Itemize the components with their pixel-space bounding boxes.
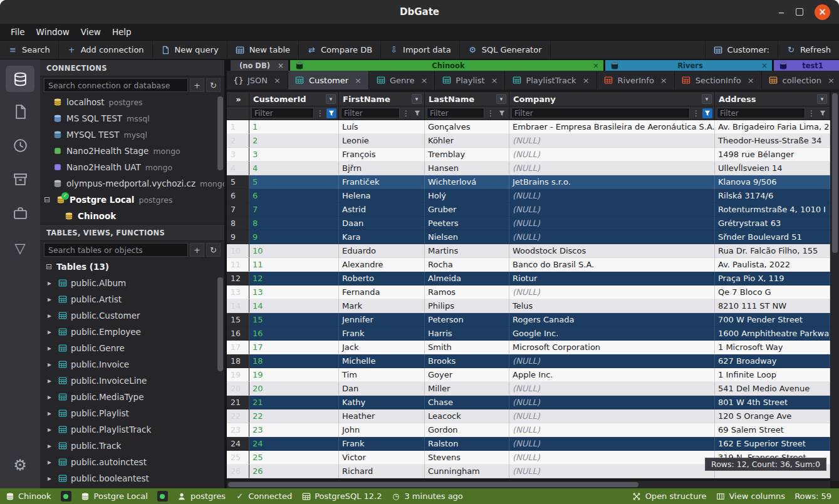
column-header-customerid[interactable]: CustomerId▾ (249, 92, 339, 106)
cell[interactable]: 162 E Superior Street (715, 437, 830, 451)
tables-search-input[interactable] (44, 243, 188, 257)
cell[interactable]: 801 W 4th Street (715, 396, 830, 409)
tab-riverinfo[interactable]: RiverInfo× (597, 71, 675, 90)
cell[interactable]: Wichterlová (425, 175, 509, 189)
cell[interactable]: Jack (339, 341, 425, 354)
maximize-button[interactable] (796, 8, 803, 16)
cell[interactable]: Rua Dr. Falcão Filho, 155 (715, 244, 830, 258)
row-number[interactable]: 10 (227, 244, 249, 258)
row-number[interactable]: 7 (227, 203, 249, 217)
cell[interactable]: (NULL) (509, 409, 715, 423)
minimize-button[interactable]: – (778, 9, 784, 14)
cell[interactable]: 8210 111 ST NW (715, 299, 830, 313)
cell[interactable]: 10 (249, 244, 339, 258)
cell[interactable]: Almeida (425, 272, 509, 285)
table-row[interactable]: 66HelenaHolý(NULL)Rilská 3174/6 (227, 189, 839, 203)
scrollbar-thumb[interactable] (228, 482, 638, 487)
menu-window[interactable]: Window (31, 27, 75, 37)
cell[interactable]: 19 (249, 368, 339, 382)
cell[interactable]: Woodstock Discos (509, 244, 715, 258)
expand-chevron-icon[interactable]: ▸ (45, 311, 54, 320)
cell[interactable]: Rotenturmstraße 4, 1010 I (715, 203, 830, 217)
add-table-small-button[interactable]: + (190, 243, 204, 257)
table-row[interactable]: 77AstridGruber(NULL)Rotenturmstraße 4, 1… (227, 203, 839, 217)
toolbar-refresh[interactable]: ↻Refresh (778, 41, 839, 59)
cell[interactable]: Gruber (425, 203, 509, 217)
cell[interactable]: 24 (249, 437, 339, 451)
close-icon[interactable]: × (828, 76, 835, 85)
menu-file[interactable]: File (5, 27, 31, 37)
status-connected[interactable]: ✓Connected (235, 491, 292, 501)
cell[interactable]: Frank (339, 327, 425, 341)
cell[interactable]: Hansen (425, 162, 509, 175)
cell[interactable]: Cunningham (425, 465, 509, 478)
cell[interactable]: (NULL) (509, 437, 715, 451)
table-public-mediatype[interactable]: ▸public.MediaType (40, 389, 224, 405)
cell[interactable]: Dan (339, 382, 425, 396)
row-number[interactable]: 2 (227, 134, 249, 148)
chevron-down-icon[interactable]: ▾ (496, 94, 506, 104)
row-number[interactable]: 6 (227, 189, 249, 203)
cell[interactable]: Telus (509, 299, 715, 313)
close-icon[interactable]: × (583, 76, 590, 85)
cell[interactable]: Rilská 3174/6 (715, 189, 830, 203)
cell[interactable]: 6 (249, 189, 339, 203)
table-row[interactable]: 44BjřrnHansen(NULL)Ullevĺlsveien 14 (227, 162, 839, 175)
cell[interactable]: 11 (249, 258, 339, 272)
cell[interactable]: Helena (339, 189, 425, 203)
row-number[interactable]: 11 (227, 258, 249, 272)
status-3-minutes-ago[interactable]: ◷3 minutes ago (391, 491, 462, 501)
sidebar-tab-history[interactable] (6, 133, 34, 160)
table-public-employee[interactable]: ▸public.Employee (40, 324, 224, 340)
cell[interactable]: Alexandre (339, 258, 425, 272)
cell[interactable]: Peeters (425, 217, 509, 230)
table-row[interactable]: 1414MarkPhilipsTelus8210 111 ST NW (227, 299, 839, 313)
cell[interactable]: Astrid (339, 203, 425, 217)
row-number[interactable]: 1 (227, 120, 249, 134)
tab-sectioninfo[interactable]: SectionInfo× (675, 71, 762, 90)
table-public-track[interactable]: ▸public.Track (40, 438, 224, 454)
cell[interactable]: 120 S Orange Ave (715, 409, 830, 423)
row-number[interactable]: 22 (227, 409, 249, 423)
cell[interactable]: Embraer - Empresa Brasileira de Aeronáut… (509, 120, 715, 134)
cell[interactable]: Sřnder Boulevard 51 (715, 230, 830, 244)
column-header-company[interactable]: Company▾ (509, 92, 715, 106)
cell[interactable]: Gordon (425, 423, 509, 437)
sidebar-tab-files[interactable] (6, 100, 34, 126)
table-public-autoinctest[interactable]: ▸public.autoinctest (40, 454, 224, 470)
column-header-lastname[interactable]: LastName▾ (425, 92, 509, 106)
connection-nano2health-stage[interactable]: Nano2Health Stagemongo (40, 143, 224, 159)
cell[interactable]: (NULL) (509, 465, 715, 478)
cell[interactable]: Michelle (339, 354, 425, 368)
cell[interactable]: Eduardo (339, 244, 425, 258)
table-row[interactable]: 2323JohnGordon(NULL)69 Salem Street (227, 423, 839, 437)
expand-chevron-icon[interactable]: ▸ (45, 279, 54, 287)
funnel-icon[interactable] (326, 108, 336, 118)
filter-menu-icon[interactable]: ⋮ (806, 108, 816, 118)
connection-ms-sql-test[interactable]: MS SQL TESTmssql (40, 110, 224, 126)
dbtab-chinook[interactable]: Chinook× (290, 60, 603, 71)
connection-mysql-test[interactable]: MYSQL TESTmysql (40, 126, 224, 143)
toolbar-search[interactable]: ≡Search (0, 41, 59, 59)
tab-json[interactable]: {}JSON× (227, 71, 288, 90)
table-public-genre[interactable]: ▸public.Genre (40, 340, 224, 356)
row-number[interactable]: 20 (227, 382, 249, 396)
cell[interactable]: Stevens (425, 451, 509, 465)
cell[interactable]: Brooks (425, 354, 509, 368)
cell[interactable]: Riotur (509, 272, 715, 285)
cell[interactable]: Jennifer (339, 313, 425, 327)
toolbar-import-data[interactable]: ⇩Import data (381, 41, 460, 59)
sidebar-tab-archive[interactable] (6, 167, 34, 193)
cell[interactable]: (NULL) (509, 230, 715, 244)
table-row[interactable]: 55FrantičekWichterlováJetBrains s.r.o.Kl… (227, 175, 839, 189)
row-number[interactable]: 23 (227, 423, 249, 437)
table-row[interactable]: 1313FernandaRamos(NULL)Qe 7 Bloco G (227, 285, 839, 299)
chevron-down-icon[interactable]: ▾ (326, 94, 336, 104)
cell[interactable]: 26 (249, 465, 339, 478)
cell[interactable]: Apple Inc. (509, 368, 715, 382)
cell[interactable]: Ramos (425, 285, 509, 299)
cell[interactable]: Mark (339, 299, 425, 313)
cell[interactable]: (NULL) (509, 189, 715, 203)
cell[interactable]: John (339, 423, 425, 437)
row-number[interactable]: 12 (227, 272, 249, 285)
